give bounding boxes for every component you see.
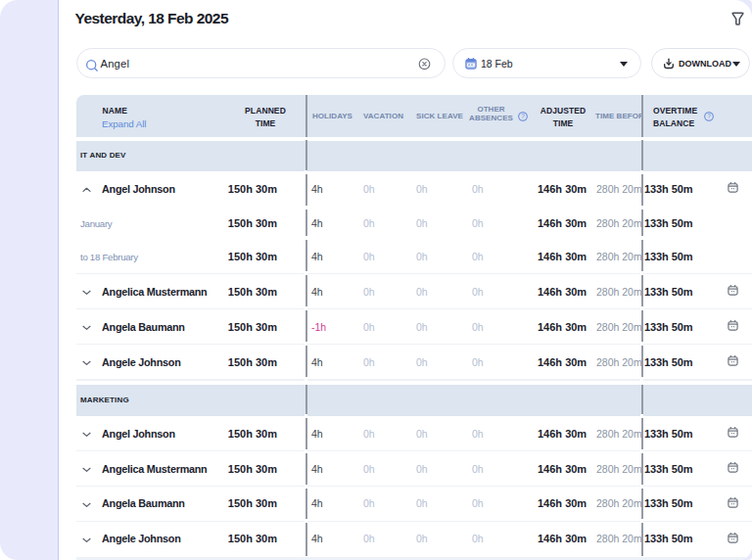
svg-text:?: ? bbox=[521, 113, 525, 119]
svg-text:?: ? bbox=[707, 113, 711, 119]
